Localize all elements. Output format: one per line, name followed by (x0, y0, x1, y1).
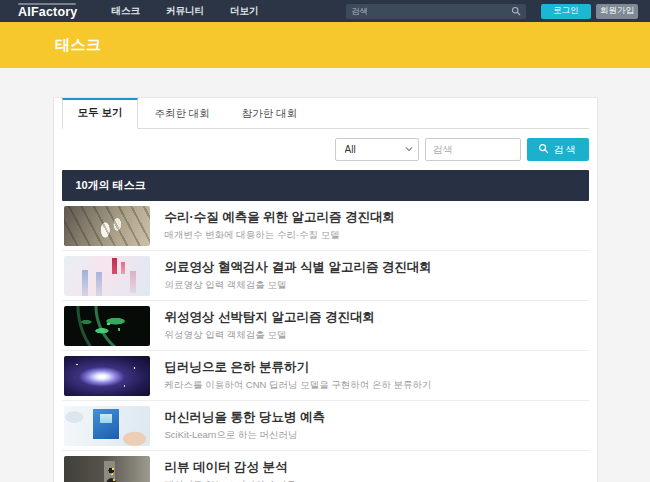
task-subtitle: SciKit-Learn으로 하는 머신러닝 (165, 429, 325, 442)
tab-bar: 모두 보기 주최한 대회 참가한 대회 (62, 98, 589, 129)
task-subtitle: 위성영상 입력 객체검출 모델 (165, 329, 375, 342)
category-select[interactable]: All (335, 138, 419, 161)
task-row[interactable]: 의료영상 혈액검사 결과 식별 알고리즘 경진대회 의료영상 입력 객체검출 모… (62, 251, 589, 301)
page-header: 태스크 (0, 22, 650, 68)
task-thumbnail-satellite-radar (64, 306, 150, 346)
logo[interactable]: AIFactory (18, 3, 77, 19)
navbar-right: 로그인 회원가입 (346, 4, 638, 19)
task-text: 머신러닝을 통한 당뇨병 예측 SciKit-Learn으로 하는 머신러닝 (165, 409, 325, 442)
task-count-header: 10개의 태스크 (62, 170, 589, 201)
task-title[interactable]: 수리·수질 예측을 위한 알고리즘 경진대회 (165, 209, 396, 226)
task-list: 수리·수질 예측을 위한 알고리즘 경진대회 매개변수 변화에 대응하는 수리·… (62, 201, 589, 482)
search-icon (538, 143, 549, 156)
task-subtitle: 케라스를 이용하여 CNN 딥러닝 모델을 구현하여 은하 분류하기 (165, 379, 432, 392)
task-title[interactable]: 의료영상 혈액검사 결과 식별 알고리즘 경진대회 (165, 259, 432, 276)
content-card: 모두 보기 주최한 대회 참가한 대회 All 검색 10개의 태스크 수리·수… (53, 97, 598, 482)
task-thumbnail-galaxy (64, 356, 150, 396)
task-text: 리뷰 데이터 감성 분석 데이터로 읽는 소비자의 속마음 (165, 459, 296, 482)
task-title[interactable]: 위성영상 선박탐지 알고리즘 경진대회 (165, 309, 375, 326)
task-title[interactable]: 머신러닝을 통한 당뇨병 예측 (165, 409, 325, 426)
navbar-search-box (346, 4, 526, 19)
login-button[interactable]: 로그인 (541, 4, 591, 19)
task-row[interactable]: 수리·수질 예측을 위한 알고리즘 경진대회 매개변수 변화에 대응하는 수리·… (62, 201, 589, 251)
task-thumbnail-review-person (64, 456, 150, 482)
task-subtitle: 매개변수 변화에 대응하는 수리·수질 모델 (165, 229, 396, 242)
task-row[interactable]: 위성영상 선박탐지 알고리즘 경진대회 위성영상 입력 객체검출 모델 (62, 301, 589, 351)
nav-item-more[interactable]: 더보기 (230, 5, 259, 18)
task-thumbnail-glucose-meter (64, 406, 150, 446)
signup-button[interactable]: 회원가입 (596, 4, 638, 19)
tab-hosted[interactable]: 주최한 대회 (138, 98, 225, 129)
task-title[interactable]: 딥러닝으로 은하 분류하기 (165, 359, 432, 376)
task-row[interactable]: 리뷰 데이터 감성 분석 데이터로 읽는 소비자의 속마음 (62, 451, 589, 482)
task-text: 딥러닝으로 은하 분류하기 케라스를 이용하여 CNN 딥러닝 모델을 구현하여… (165, 359, 432, 392)
task-text: 위성영상 선박탐지 알고리즘 경진대회 위성영상 입력 객체검출 모델 (165, 309, 375, 342)
tab-all[interactable]: 모두 보기 (62, 98, 139, 129)
nav-item-tasks[interactable]: 태스크 (111, 5, 140, 18)
task-text: 의료영상 혈액검사 결과 식별 알고리즘 경진대회 의료영상 입력 객체검출 모… (165, 259, 432, 292)
navbar-search-input[interactable] (351, 6, 511, 16)
filter-row: All 검색 (62, 138, 589, 161)
nav-item-community[interactable]: 커뮤니티 (166, 5, 204, 18)
task-title[interactable]: 리뷰 데이터 감성 분석 (165, 459, 296, 476)
top-navbar: AIFactory 태스크 커뮤니티 더보기 로그인 회원가입 (0, 0, 650, 22)
nav-menu: 태스크 커뮤니티 더보기 (111, 5, 258, 18)
list-search-input[interactable] (425, 138, 521, 161)
task-subtitle: 의료영상 입력 객체검출 모델 (165, 279, 432, 292)
list-search-button[interactable]: 검색 (527, 138, 589, 161)
task-thumbnail-blood-tubes (64, 256, 150, 296)
search-button-label: 검색 (554, 143, 578, 157)
page-title: 태스크 (55, 36, 102, 55)
task-row[interactable]: 딥러닝으로 은하 분류하기 케라스를 이용하여 CNN 딥러닝 모델을 구현하여… (62, 351, 589, 401)
category-select-wrap: All (335, 138, 419, 161)
task-text: 수리·수질 예측을 위한 알고리즘 경진대회 매개변수 변화에 대응하는 수리·… (165, 209, 396, 242)
logo-text: AIFactory (18, 6, 77, 19)
search-icon[interactable] (511, 6, 521, 16)
tab-joined[interactable]: 참가한 대회 (226, 98, 313, 129)
task-row[interactable]: 머신러닝을 통한 당뇨병 예측 SciKit-Learn으로 하는 머신러닝 (62, 401, 589, 451)
task-thumbnail-water-workers (64, 206, 150, 246)
